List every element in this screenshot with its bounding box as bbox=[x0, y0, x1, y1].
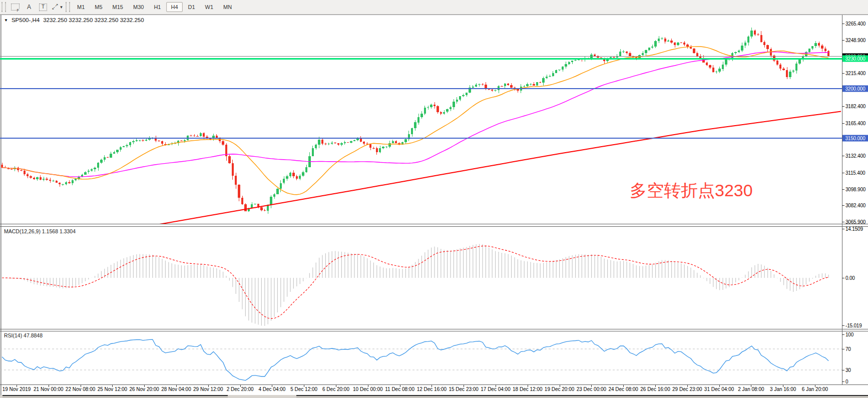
time-tick-label: 26 Dec 16:00 bbox=[640, 386, 670, 392]
symbol-dropdown-arrow[interactable]: ▼ bbox=[4, 18, 8, 23]
price-tick-dash bbox=[842, 106, 844, 107]
toolbar-drag-handle[interactable] bbox=[2, 2, 6, 12]
rsi-axis-0-label: 0 bbox=[845, 379, 848, 384]
macd-axis-min-dash bbox=[842, 325, 844, 326]
price-tick-label: 3165.400 bbox=[845, 120, 865, 126]
tf-button-h1[interactable]: H1 bbox=[149, 2, 165, 12]
price-axis-separator bbox=[842, 15, 842, 384]
level-badge-3150.000: 3150.000 bbox=[842, 135, 868, 142]
macd-histogram bbox=[2, 244, 828, 326]
price-tick-dash bbox=[842, 73, 844, 74]
crosshair-label-icon[interactable]: A bbox=[23, 1, 36, 13]
toolbar-group-handle[interactable] bbox=[66, 2, 70, 12]
time-tick-label: 21 Nov 00:00 bbox=[34, 386, 64, 392]
chart-title: ▼ SP500-,H4 3232.250 3232.250 3232.250 3… bbox=[4, 17, 144, 23]
time-tick-label: 2 Jan 08:00 bbox=[738, 386, 764, 392]
time-tick-label: 6 Dec 20:00 bbox=[322, 386, 349, 392]
text-box-icon: T bbox=[39, 4, 47, 11]
tf-button-m30[interactable]: M30 bbox=[129, 2, 148, 12]
price-tick-label: 3132.400 bbox=[845, 153, 865, 159]
time-tick-label: 29 Dec 23:00 bbox=[672, 386, 702, 392]
time-tick-label: 29 Nov 12:00 bbox=[193, 386, 223, 392]
rsi-axis-100-dash bbox=[842, 334, 844, 335]
chevron-down-icon: ▾ bbox=[60, 5, 63, 10]
trading-terminal: F A T ↗↙ ▾ M1M5M15M30H1H4D1W1MN ▼ SP500-… bbox=[0, 0, 868, 398]
macd-axis-zero-label: 0.00 bbox=[845, 275, 855, 281]
price-tick-label: 3098.900 bbox=[845, 186, 865, 192]
macd-signal-line bbox=[2, 246, 828, 318]
time-tick-label: 10 Dec 00:00 bbox=[353, 386, 383, 392]
indicator-list-icon[interactable]: F bbox=[9, 1, 22, 13]
price-tick-label: 3065.900 bbox=[845, 219, 865, 225]
rsi-axis-30-label: 30 bbox=[845, 367, 851, 373]
tf-button-m5[interactable]: M5 bbox=[90, 2, 107, 12]
time-tick-label: 11 Dec 08:00 bbox=[385, 386, 414, 392]
time-tick-label: 25 Nov 12:00 bbox=[98, 386, 128, 392]
time-tick-label: 24 Dec 08:00 bbox=[608, 386, 638, 392]
time-tick-label: 22 Nov 08:00 bbox=[66, 386, 96, 392]
price-tick-label: 3265.400 bbox=[845, 21, 865, 27]
annotation-text: 多空转折点3230 bbox=[630, 179, 753, 202]
macd-panel-svg[interactable] bbox=[0, 227, 842, 328]
price-tick-dash bbox=[842, 156, 844, 156]
price-tick-dash bbox=[842, 205, 844, 206]
time-tick-label: 17 Dec 04:00 bbox=[481, 386, 511, 392]
rsi-line bbox=[2, 339, 828, 380]
rsi-axis-70-dash bbox=[842, 349, 844, 349]
background-window-edge bbox=[296, 395, 868, 398]
tf-button-mn[interactable]: MN bbox=[219, 2, 236, 12]
time-tick-label: 19 Nov 2019 bbox=[3, 386, 31, 392]
tf-button-m15[interactable]: M15 bbox=[108, 2, 128, 12]
price-tick-dash bbox=[842, 123, 844, 124]
time-tick-label: 23 Dec 00:00 bbox=[577, 386, 607, 392]
drawing-styles-icon[interactable]: ↗↙ ▾ bbox=[51, 1, 64, 13]
toolbar: F A T ↗↙ ▾ M1M5M15M30H1H4D1W1MN bbox=[0, 0, 868, 15]
tf-button-w1[interactable]: W1 bbox=[201, 2, 218, 12]
macd-axis-max-label: 14.1509 bbox=[845, 226, 863, 232]
tf-button-m1[interactable]: M1 bbox=[73, 2, 89, 12]
rsi-axis-0-dash bbox=[842, 381, 844, 382]
time-tick-label: 2 Dec 20:00 bbox=[227, 386, 254, 392]
tf-button-d1[interactable]: D1 bbox=[184, 2, 200, 12]
symbol-label: SP500-,H4 bbox=[12, 17, 40, 23]
panel-splitter-2[interactable] bbox=[0, 329, 868, 329]
price-tick-label: 3248.900 bbox=[845, 37, 865, 43]
grid-icon: F bbox=[11, 4, 20, 11]
price-tick-label: 3215.400 bbox=[845, 71, 865, 76]
macd-axis-min-label: -15.019 bbox=[845, 323, 862, 328]
macd-axis-max-dash bbox=[842, 229, 844, 229]
time-tick-label: 19 Dec 20:00 bbox=[545, 386, 575, 392]
price-tick-dash bbox=[842, 24, 844, 24]
price-tick-dash bbox=[842, 173, 844, 173]
timeframe-button-group: M1M5M15M30H1H4D1W1MN bbox=[72, 2, 237, 12]
panel-splitter-1[interactable] bbox=[0, 224, 868, 224]
bottom-strip bbox=[0, 395, 868, 398]
tf-button-h4[interactable]: H4 bbox=[166, 2, 182, 12]
macd-axis-zero-dash bbox=[842, 278, 844, 278]
time-tick-label: 31 Dec 04:00 bbox=[704, 386, 734, 392]
time-tick-label: 6 Jan 20:00 bbox=[802, 386, 828, 392]
price-tick-dash bbox=[842, 189, 844, 190]
time-tick-label: 15 Dec 23:00 bbox=[449, 386, 479, 392]
time-tick-label: 4 Dec 04:00 bbox=[258, 386, 285, 392]
time-tick-label: 3 Jan 16:00 bbox=[770, 386, 796, 392]
price-tick-label: 3182.400 bbox=[845, 103, 865, 109]
time-tick-label: 18 Dec 12:00 bbox=[513, 386, 543, 392]
text-label-icon[interactable]: T bbox=[37, 1, 50, 13]
time-axis[interactable]: 19 Nov 2019 21 Nov 00:00 22 Nov 08:00 25… bbox=[0, 385, 868, 395]
level-badge-3230.000: 3230.000 bbox=[842, 56, 868, 62]
price-tick-label: 3082.400 bbox=[845, 203, 865, 208]
price-tick-label: 3115.400 bbox=[845, 170, 865, 175]
rsi-label: RSI(14) 47.8848 bbox=[4, 332, 43, 338]
rsi-axis-100-label: 100 bbox=[845, 332, 853, 337]
rsi-panel-svg[interactable] bbox=[0, 331, 842, 384]
diagonal-arrows-icon: ↗↙ bbox=[52, 3, 60, 11]
macd-label: MACD(12,26,9) 1.1568 1.3304 bbox=[4, 228, 76, 234]
time-tick-label: 12 Dec 16:00 bbox=[417, 386, 447, 392]
level-badge-3200.000: 3200.000 bbox=[842, 85, 868, 92]
ohlc-quotes: 3232.250 3232.250 3232.250 3232.250 bbox=[43, 17, 144, 23]
rsi-axis-30-dash bbox=[842, 370, 844, 370]
time-tick-label: 5 Dec 12:00 bbox=[290, 386, 317, 392]
time-tick-label: 26 Nov 20:00 bbox=[129, 386, 159, 392]
price-tick-dash bbox=[842, 222, 844, 222]
